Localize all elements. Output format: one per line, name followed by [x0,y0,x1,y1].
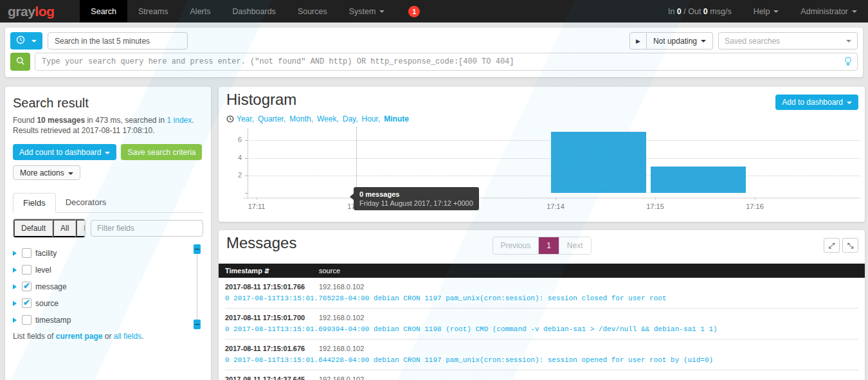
tooltip-count: 0 messages [359,190,473,198]
field-row-timestamp: timestamp [13,315,190,325]
facility-checkbox[interactable] [22,248,32,258]
resolution-minute-selected[interactable]: Minute [384,114,409,123]
resolution-selector: Year, Quarter, Month, Week, Day, Hour, M… [226,114,409,123]
field-row-message: message [13,282,190,291]
y-axis-tick-label: 4 [225,154,242,161]
pagination-next[interactable]: Next [559,237,591,254]
x-axis-tick-label: 17:15 [635,203,676,210]
level-checkbox[interactable] [22,265,32,275]
x-axis-line [243,197,860,199]
field-preset-group: Default All None [13,219,86,238]
nav-item-help[interactable]: Help [743,0,790,23]
histogram-chart: 24617:1117:1217:1317:1417:1517:16 [225,127,860,217]
y-axis-tick-label: 2 [225,171,242,179]
filter-fields-input[interactable] [91,220,203,237]
message-source: 192.168.0.102 [319,283,858,291]
time-range-button[interactable] [10,32,42,50]
current-page-link[interactable]: current page [56,332,103,341]
resolution-year[interactable]: Year, [237,114,254,123]
index-link[interactable]: 1 index [167,116,192,125]
y-axis-line [248,128,248,199]
result-summary: Found 10 messages in 473 ms, searched in… [13,116,203,126]
field-row-level: level [13,265,190,275]
slider-handle-bottom[interactable] [194,320,201,329]
fields-footer: List fields of current page or all field… [13,332,203,341]
search-result-title: Search result [13,96,203,111]
time-range-input[interactable] [48,32,188,50]
lightbulb-icon[interactable] [844,57,852,69]
nav-item-search[interactable]: Search [80,0,127,23]
messages-table: Timestamp⇵ source 2017-08-11 17:15:01.76… [219,264,865,380]
search-query-input[interactable] [35,53,858,71]
collapse-all-button[interactable]: ⤡ [842,238,858,253]
add-count-to-dashboard-button[interactable]: Add count to dashboard [13,144,116,160]
nav-item-alerts[interactable]: Alerts [179,0,222,23]
chevron-down-icon [773,10,779,13]
resolution-month[interactable]: Month, [289,114,313,123]
message-row[interactable]: 2017-08-11 17:14:37.645 192.168.0.102 0 … [219,370,865,380]
chevron-down-icon [379,10,384,13]
fields-list: facility level message source timestamp [13,248,203,325]
expand-caret-icon[interactable] [13,267,17,273]
timestamp-checkbox[interactable] [22,315,32,325]
nav-item-system[interactable]: System [338,0,396,23]
clock-icon [226,115,234,123]
expand-caret-icon[interactable] [13,301,17,306]
save-search-criteria-button[interactable]: Save search criteria [121,144,202,160]
expand-caret-icon[interactable] [13,251,17,256]
nav-item-user[interactable]: Administrator [790,0,868,23]
tab-fields[interactable]: Fields [13,193,56,213]
pagination: Previous 1 Next [492,237,591,255]
pagination-page-1[interactable]: 1 [539,237,559,254]
throughput-indicator[interactable]: In 0 / Out 0 msg/s [657,0,743,23]
resolution-hour[interactable]: Hour, [362,114,381,123]
resolution-day[interactable]: Day, [343,114,358,123]
nav-menu: Search Streams Alerts Dashboards Sources… [80,0,420,23]
column-header-source: source [319,267,858,275]
saved-searches-select[interactable]: Saved searches [718,32,858,50]
refresh-interval-button[interactable]: Not updating [647,32,713,50]
histogram-panel: Histogram Add to dashboard Year, Quarter… [219,87,865,222]
add-to-dashboard-button[interactable]: Add to dashboard [775,95,858,110]
graylog-logo[interactable]: graylog [0,0,64,23]
sort-icon: ⇵ [264,267,269,275]
nav-item-dashboards[interactable]: Dashboards [221,0,286,23]
column-header-timestamp[interactable]: Timestamp⇵ [225,267,319,275]
message-timestamp: 2017-08-11 17:14:37.645 [225,375,319,380]
resolution-quarter[interactable]: Quarter, [258,114,285,123]
tab-decorators[interactable]: Decorators [56,193,116,212]
all-fields-link[interactable]: all fields [114,332,141,341]
sidebar-tabs: Fields Decorators [13,193,203,213]
fields-default-button[interactable]: Default [14,219,53,237]
collapse-icon: ⤡ [847,241,854,250]
pagination-previous[interactable]: Previous [493,237,539,254]
message-checkbox[interactable] [22,282,32,291]
clock-icon [16,35,25,46]
expand-all-button[interactable]: ⤢ [824,238,840,253]
source-checkbox[interactable] [22,298,32,308]
message-row[interactable]: 2017-08-11 17:15:01.766 192.168.0.102 0 … [219,278,865,309]
chevron-down-icon [701,40,706,42]
search-submit-button[interactable] [10,53,30,71]
expand-caret-icon[interactable] [13,284,17,289]
nav-right: In 0 / Out 0 msg/s Help Administrator [657,0,868,23]
chevron-down-icon [32,40,37,42]
fields-none-button[interactable]: None [76,219,86,237]
messages-title: Messages [226,234,296,252]
expand-icon: ⤢ [829,241,835,250]
nav-item-streams[interactable]: Streams [127,0,179,23]
notification-badge[interactable]: 1 [408,6,420,17]
slider-handle-top[interactable] [194,244,201,254]
message-timestamp: 2017-08-11 17:15:01.700 [225,314,319,321]
play-button[interactable]: ▶ [629,32,647,50]
play-icon: ▶ [636,38,640,44]
logo-text-gray: gray [8,4,35,19]
more-actions-button[interactable]: More actions [13,165,80,180]
expand-caret-icon[interactable] [13,318,17,323]
message-row[interactable]: 2017-08-11 17:15:01.676 192.168.0.102 0 … [219,339,865,370]
resolution-week[interactable]: Week, [317,114,339,123]
fields-all-button[interactable]: All [53,219,76,237]
message-count: 10 messages [37,116,85,125]
message-row[interactable]: 2017-08-11 17:15:01.700 192.168.0.102 0 … [219,309,865,339]
nav-item-sources[interactable]: Sources [287,0,338,23]
